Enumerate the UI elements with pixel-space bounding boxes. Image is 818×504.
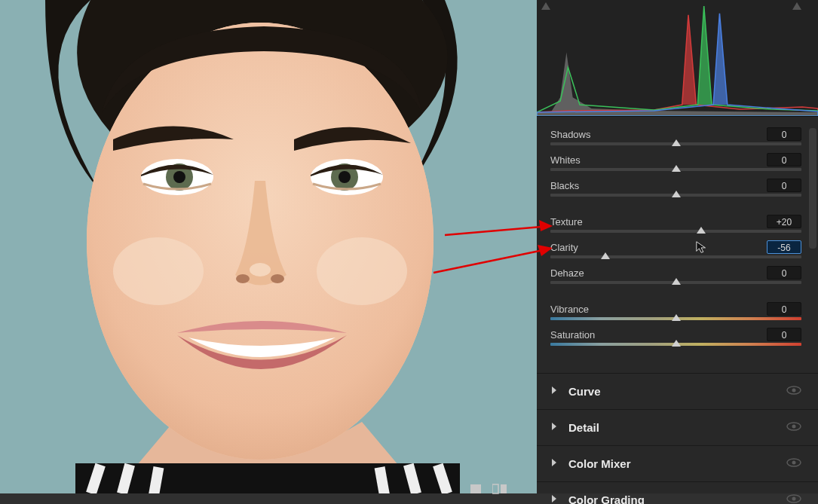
- chevron-right-icon: [550, 494, 562, 504]
- highlight-clip-icon[interactable]: [792, 2, 801, 10]
- panel-title-color-grading: Color Grading: [568, 493, 786, 504]
- slider-track-saturation[interactable]: [550, 343, 801, 346]
- slider-dehaze: Dehaze0: [550, 266, 801, 284]
- histogram-chart: [537, 0, 818, 116]
- slider-clarity: Clarity-56: [550, 240, 801, 258]
- visibility-icon[interactable]: [786, 458, 801, 469]
- panel-title-detail: Detail: [568, 421, 786, 434]
- slider-label-saturation: Saturation: [550, 329, 595, 341]
- visibility-icon[interactable]: [786, 386, 801, 397]
- slider-track-texture[interactable]: [550, 230, 801, 233]
- chevron-right-icon: [550, 386, 562, 397]
- slider-thumb-dehaze[interactable]: [672, 278, 681, 285]
- slider-value-shadows[interactable]: 0: [767, 127, 801, 141]
- slider-shadows: Shadows0: [550, 127, 801, 145]
- svg-rect-22: [492, 484, 498, 493]
- svg-point-29: [792, 461, 796, 465]
- single-view-icon[interactable]: [467, 482, 484, 496]
- slider-vibrance: Vibrance0: [550, 302, 801, 320]
- slider-thumb-texture[interactable]: [697, 227, 706, 234]
- slider-thumb-blacks[interactable]: [672, 191, 681, 197]
- panel-title-color-mixer: Color Mixer: [568, 457, 786, 470]
- collapsible-panels: CurveDetailColor MixerColor Grading: [537, 373, 818, 504]
- compare-view-icon[interactable]: [492, 482, 508, 496]
- slider-label-whites: Whites: [550, 154, 581, 166]
- slider-value-whites[interactable]: 0: [767, 153, 801, 166]
- slider-thumb-saturation[interactable]: [672, 340, 681, 347]
- slider-track-vibrance[interactable]: [550, 317, 801, 320]
- slider-track-whites[interactable]: [550, 168, 801, 171]
- slider-thumb-clarity[interactable]: [601, 252, 610, 259]
- slider-track-shadows[interactable]: [550, 142, 801, 145]
- slider-value-vibrance[interactable]: 0: [767, 302, 801, 316]
- slider-label-dehaze: Dehaze: [550, 267, 584, 279]
- slider-whites: Whites0: [550, 153, 801, 171]
- slider-saturation: Saturation0: [550, 328, 801, 346]
- panel-color-grading[interactable]: Color Grading: [537, 482, 818, 504]
- svg-point-20: [250, 263, 271, 276]
- panel-detail[interactable]: Detail: [537, 410, 818, 446]
- shadow-clip-icon[interactable]: [541, 2, 550, 10]
- slider-value-blacks[interactable]: 0: [767, 179, 801, 192]
- slider-track-blacks[interactable]: [550, 194, 801, 197]
- svg-point-31: [792, 497, 796, 501]
- slider-texture: Texture+20: [550, 215, 801, 233]
- panel-color-mixer[interactable]: Color Mixer: [537, 446, 818, 482]
- slider-thumb-vibrance[interactable]: [672, 314, 681, 321]
- slider-label-shadows: Shadows: [550, 129, 590, 140]
- svg-point-10: [113, 237, 204, 305]
- histogram[interactable]: [537, 0, 818, 117]
- visibility-icon[interactable]: [786, 494, 801, 504]
- svg-point-19: [271, 274, 284, 283]
- slider-label-clarity: Clarity: [550, 242, 578, 253]
- view-tools: [467, 482, 508, 496]
- slider-thumb-whites[interactable]: [672, 165, 681, 172]
- slider-label-blacks: Blacks: [550, 180, 579, 191]
- slider-value-saturation[interactable]: 0: [767, 328, 801, 341]
- svg-point-25: [792, 389, 796, 393]
- develop-panel: Shadows0Whites0Blacks0Texture+20Clarity-…: [537, 0, 818, 493]
- svg-rect-21: [470, 484, 481, 493]
- panel-title-curve: Curve: [568, 385, 786, 398]
- svg-rect-23: [501, 484, 507, 493]
- slider-blacks: Blacks0: [550, 179, 801, 197]
- svg-point-27: [792, 425, 796, 429]
- image-canvas[interactable]: [0, 0, 537, 493]
- panel-scrollbar[interactable]: [809, 128, 816, 249]
- slider-value-dehaze[interactable]: 0: [767, 266, 801, 279]
- svg-point-17: [339, 171, 351, 183]
- slider-value-clarity[interactable]: -56: [767, 240, 801, 254]
- panel-curve[interactable]: Curve: [537, 374, 818, 410]
- svg-point-11: [317, 237, 407, 305]
- svg-point-18: [236, 274, 250, 283]
- slider-label-texture: Texture: [550, 216, 583, 228]
- svg-point-14: [173, 171, 185, 183]
- chevron-right-icon: [550, 458, 562, 469]
- slider-track-clarity[interactable]: [550, 255, 801, 258]
- slider-track-dehaze[interactable]: [550, 281, 801, 284]
- basic-sliders: Shadows0Whites0Blacks0Texture+20Clarity-…: [537, 117, 818, 373]
- chevron-right-icon: [550, 422, 562, 433]
- portrait-photo: [0, 0, 537, 493]
- visibility-icon[interactable]: [786, 422, 801, 433]
- slider-value-texture[interactable]: +20: [767, 215, 801, 228]
- slider-thumb-shadows[interactable]: [672, 139, 681, 146]
- slider-label-vibrance: Vibrance: [550, 304, 589, 315]
